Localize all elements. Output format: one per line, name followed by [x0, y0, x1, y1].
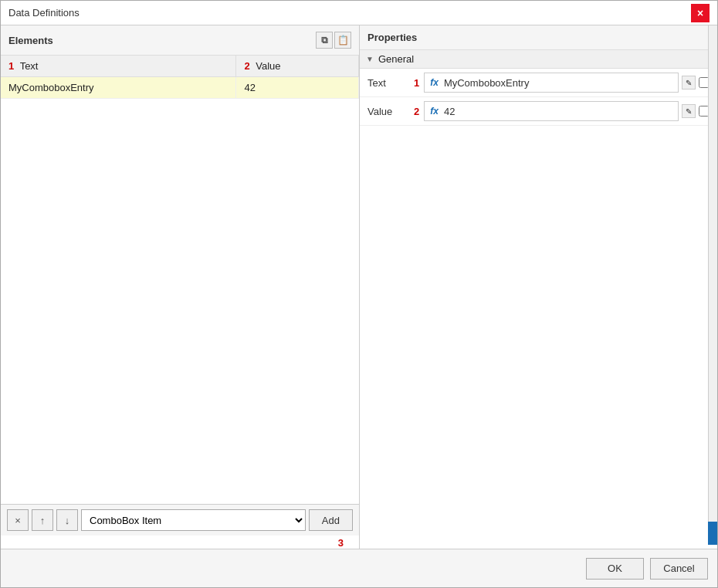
prop1-num: 1 [414, 77, 419, 89]
prop-row-value: Value 2 fx 42 ✎ [360, 97, 717, 126]
scrollbar-thumb [708, 522, 717, 545]
col1-label: Text [20, 60, 39, 72]
prop2-num: 2 [414, 106, 419, 117]
elements-table: 1 Text 2 Value MyComboboxEntry [1, 56, 359, 504]
prop-value-label: Value [367, 106, 414, 117]
step3-annotation: 3 [1, 536, 359, 549]
prop-value-field[interactable]: fx 42 [424, 101, 679, 121]
up-icon: ↑ [40, 515, 46, 526]
col2-num: 2 [244, 60, 249, 72]
prop-value-edit-btn[interactable]: ✎ [682, 104, 696, 118]
properties-content: ▼ General Text 1 fx MyComboboxEntry ✎ [360, 50, 717, 549]
down-icon: ↓ [65, 515, 70, 526]
fx-icon-text[interactable]: fx [428, 77, 441, 88]
type-select[interactable]: ComboBox Item [81, 509, 306, 531]
prop-text-edit-btn[interactable]: ✎ [682, 76, 696, 90]
right-panel: Properties ▼ General Text 1 fx MyCombobo… [360, 25, 717, 549]
edit-icon-2: ✎ [686, 107, 692, 116]
copy-icon-btn[interactable]: ⧉ [316, 32, 333, 49]
row-text-cell: MyComboboxEntry [1, 77, 236, 99]
prop-row-text: Text 1 fx MyComboboxEntry ✎ [360, 69, 717, 97]
prop-text-value: MyComboboxEntry [444, 77, 675, 89]
col-text-header: 1 Text [1, 56, 236, 77]
right-scrollbar[interactable] [708, 25, 717, 545]
elements-title: Elements [8, 35, 53, 46]
footer: OK Cancel [1, 549, 717, 587]
move-up-button[interactable]: ↑ [32, 509, 53, 531]
step3-num: 3 [338, 537, 344, 549]
table-body: MyComboboxEntry 42 [1, 77, 359, 99]
add-button[interactable]: Add [309, 509, 353, 531]
table-header-row: 1 Text 2 Value [1, 56, 359, 77]
delete-button[interactable]: × [7, 509, 29, 531]
dialog: Data Definitions × Elements ⧉ 📋 1 [0, 0, 718, 588]
left-panel: Elements ⧉ 📋 1 Text [1, 25, 360, 549]
ok-button[interactable]: OK [586, 558, 644, 580]
paste-icon-btn[interactable]: 📋 [334, 32, 351, 49]
prop-text-field[interactable]: fx MyComboboxEntry [424, 73, 679, 93]
data-table: 1 Text 2 Value MyComboboxEntry [1, 56, 359, 99]
title-bar: Data Definitions × [1, 1, 717, 25]
edit-icon: ✎ [686, 79, 692, 87]
col1-num: 1 [8, 60, 14, 72]
col2-label: Value [256, 60, 280, 72]
section-label: General [378, 53, 414, 65]
panel-header-actions: ⧉ 📋 [316, 32, 351, 49]
bottom-toolbar: × ↑ ↓ ComboBox Item Add [1, 504, 359, 536]
general-section-header[interactable]: ▼ General [360, 50, 717, 69]
prop-text-label: Text [367, 77, 414, 89]
elements-panel-header: Elements ⧉ 📋 [1, 25, 359, 56]
properties-header: Properties [360, 25, 717, 50]
cancel-button[interactable]: Cancel [650, 558, 708, 580]
move-down-button[interactable]: ↓ [56, 509, 78, 531]
row-value-cell: 42 [236, 77, 359, 99]
main-area: Elements ⧉ 📋 1 Text [1, 25, 717, 549]
table-row[interactable]: MyComboboxEntry 42 [1, 77, 359, 99]
delete-icon: × [15, 515, 21, 526]
fx-icon-value[interactable]: fx [428, 106, 441, 117]
section-collapse-arrow: ▼ [366, 55, 374, 63]
prop-value-value: 42 [444, 106, 675, 117]
close-button[interactable]: × [691, 4, 710, 22]
col-value-header: 2 Value [236, 56, 359, 77]
dialog-title: Data Definitions [8, 7, 80, 19]
